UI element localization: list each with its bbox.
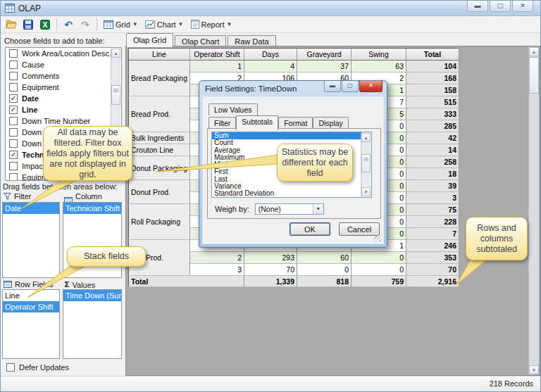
line-cell[interactable]: Crouton Line bbox=[129, 144, 190, 156]
line-cell[interactable]: Bread Packaging bbox=[129, 61, 190, 96]
operator-shift-cell[interactable]: 3 bbox=[189, 264, 244, 276]
list-item[interactable]: Time Down (Sum) bbox=[63, 290, 121, 301]
grand-total-cell[interactable]: 2,916 bbox=[406, 276, 459, 287]
dialog-tab-filter[interactable]: Filter bbox=[209, 117, 236, 129]
total-cell[interactable]: 75 bbox=[406, 204, 459, 216]
checkbox-icon[interactable] bbox=[9, 173, 18, 181]
maximize-button[interactable]: ▢ bbox=[490, 1, 511, 12]
open-button[interactable] bbox=[4, 18, 19, 32]
graveyard-cell[interactable]: 37 bbox=[297, 61, 351, 72]
line-cell[interactable]: Bulk Ingredients bbox=[129, 132, 190, 144]
checkbox-icon[interactable] bbox=[9, 49, 18, 58]
total-cell[interactable]: 70 bbox=[406, 264, 459, 276]
checkbox-icon[interactable] bbox=[9, 162, 18, 170]
dialog-tab-display[interactable]: Display bbox=[313, 117, 348, 129]
grid-dropdown[interactable]: Grid ▼ bbox=[101, 18, 141, 32]
field-list-item[interactable]: ✓Date bbox=[6, 93, 121, 104]
checkbox-icon[interactable] bbox=[9, 83, 18, 91]
checkbox-icon[interactable] bbox=[9, 72, 18, 80]
scrollbar-thumb[interactable] bbox=[529, 57, 539, 94]
minimize-button[interactable]: ▬ bbox=[467, 1, 488, 12]
export-excel-button[interactable]: X bbox=[37, 18, 53, 32]
checkbox-icon[interactable]: ✓ bbox=[9, 151, 18, 159]
swing-cell[interactable]: 63 bbox=[351, 61, 406, 72]
graveyard-total-cell[interactable]: 818 bbox=[297, 276, 351, 287]
scroll-up-icon[interactable]: ▲ bbox=[361, 133, 371, 142]
line-cell[interactable]: Bread Prod. bbox=[129, 96, 190, 132]
close-button[interactable]: ✕ bbox=[512, 1, 533, 12]
total-cell[interactable]: 353 bbox=[406, 252, 459, 264]
dialog-tab-low-values[interactable]: Low Values bbox=[209, 103, 258, 115]
operator-shift-cell[interactable]: 2 bbox=[189, 252, 244, 264]
total-cell[interactable]: 7 bbox=[406, 228, 459, 240]
list-item[interactable]: Operator Shift bbox=[3, 301, 59, 312]
scrollbar-thumb[interactable] bbox=[111, 85, 120, 105]
checkbox-icon[interactable] bbox=[9, 117, 18, 125]
checkbox-icon[interactable] bbox=[6, 363, 15, 372]
total-cell[interactable]: 3 bbox=[406, 192, 459, 204]
total-cell[interactable]: 14 bbox=[406, 144, 459, 156]
list-item[interactable]: Date bbox=[3, 203, 59, 214]
total-cell[interactable]: 333 bbox=[406, 108, 459, 120]
undo-button[interactable]: ↶ bbox=[61, 18, 76, 32]
total-cell[interactable]: 228 bbox=[406, 216, 459, 228]
scroll-up-icon[interactable]: ▲ bbox=[111, 49, 120, 58]
total-cell[interactable]: 104 bbox=[406, 61, 459, 72]
chart-dropdown[interactable]: Chart ▼ bbox=[142, 18, 187, 32]
checkbox-icon[interactable]: ✓ bbox=[9, 94, 18, 103]
statistics-scrollbar[interactable]: ▲ ▼ bbox=[361, 133, 371, 196]
field-list-item[interactable]: Work Area/Location Desc. bbox=[6, 48, 121, 59]
statistic-item[interactable]: Standard Deviation bbox=[212, 190, 362, 197]
field-list-item[interactable]: Equipment bbox=[6, 82, 121, 93]
dialog-minimize-button[interactable]: ▬ bbox=[324, 81, 341, 92]
dialog-maximize-button[interactable]: ▢ bbox=[342, 81, 359, 92]
swing-cell[interactable]: 0 bbox=[351, 252, 406, 264]
column-header[interactable]: Graveyard bbox=[297, 49, 351, 61]
line-cell[interactable]: Donut Prod. bbox=[129, 180, 190, 204]
resize-grip[interactable] bbox=[374, 234, 381, 241]
checkbox-icon[interactable] bbox=[9, 128, 18, 137]
swing-cell[interactable]: 0 bbox=[351, 264, 406, 276]
field-list-item[interactable]: Cause bbox=[6, 59, 121, 70]
total-cell[interactable]: 168 bbox=[406, 72, 459, 84]
column-header[interactable]: Days bbox=[244, 49, 297, 61]
total-cell[interactable]: 246 bbox=[406, 240, 459, 252]
total-cell[interactable]: 42 bbox=[406, 132, 459, 144]
column-header[interactable]: Operator Shift bbox=[189, 49, 244, 61]
swing-total-cell[interactable]: 759 bbox=[351, 276, 406, 287]
dialog-tab-subtotals[interactable]: Subtotals bbox=[236, 115, 278, 130]
total-cell[interactable]: 285 bbox=[406, 120, 459, 132]
scrollbar-thumb[interactable] bbox=[361, 154, 371, 172]
days-cell[interactable]: 293 bbox=[244, 252, 297, 264]
grid-vertical-scrollbar[interactable]: ▲ ▼ bbox=[528, 47, 539, 374]
days-cell[interactable]: 4 bbox=[244, 61, 297, 72]
total-cell[interactable]: 258 bbox=[406, 156, 459, 168]
scroll-down-icon[interactable]: ▼ bbox=[529, 365, 539, 374]
checkbox-icon[interactable] bbox=[9, 139, 18, 148]
column-header[interactable]: Line bbox=[129, 49, 190, 61]
scroll-up-icon[interactable]: ▲ bbox=[529, 47, 539, 56]
redo-button[interactable]: ↷ bbox=[77, 18, 93, 32]
field-list-item[interactable]: ✓Line bbox=[6, 104, 121, 115]
total-cell[interactable]: 515 bbox=[406, 96, 459, 108]
field-list-item[interactable]: Comments bbox=[6, 70, 121, 82]
column-header[interactable]: Swing bbox=[351, 49, 406, 61]
defer-updates-checkbox[interactable]: Defer Updates bbox=[6, 363, 69, 372]
dialog-close-button[interactable]: ✕ bbox=[359, 81, 383, 92]
ok-button[interactable]: OK bbox=[290, 222, 330, 236]
save-button[interactable] bbox=[20, 18, 36, 32]
checkbox-icon[interactable]: ✓ bbox=[9, 106, 18, 114]
column-header[interactable]: Total bbox=[406, 49, 459, 61]
dialog-tab-format[interactable]: Format bbox=[278, 117, 313, 129]
list-item[interactable]: Technician Shift bbox=[63, 203, 121, 214]
report-dropdown[interactable]: Report ▼ bbox=[188, 18, 235, 32]
line-cell[interactable]: Donut Packaging bbox=[129, 156, 190, 180]
total-cell[interactable]: 18 bbox=[406, 168, 459, 180]
tab-olap-grid[interactable]: Olap Grid bbox=[126, 33, 173, 47]
weigh-by-select[interactable]: (None) ▼ bbox=[255, 203, 324, 215]
chevron-down-icon[interactable]: ▼ bbox=[313, 204, 323, 214]
list-item[interactable]: Line bbox=[3, 290, 59, 301]
line-cell[interactable]: Roll Packaging bbox=[129, 204, 190, 240]
graveyard-cell[interactable]: 60 bbox=[297, 252, 351, 264]
scroll-down-icon[interactable]: ▼ bbox=[361, 187, 371, 196]
